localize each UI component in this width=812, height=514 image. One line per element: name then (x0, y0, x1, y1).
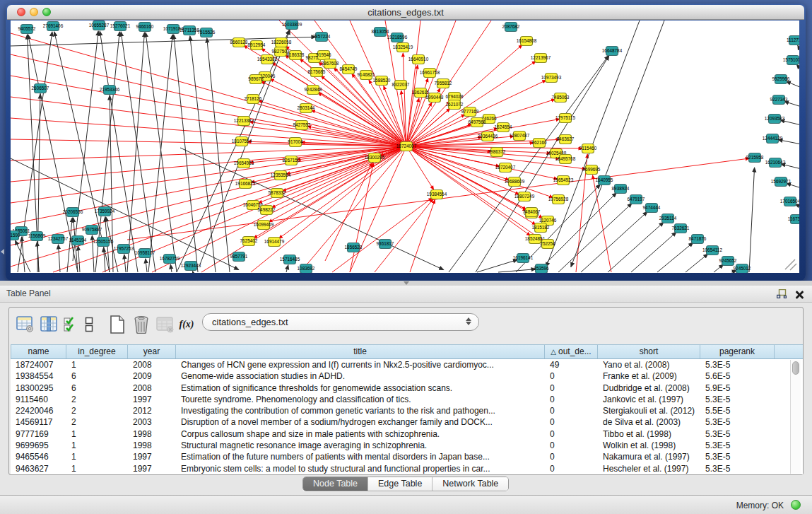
network-edge[interactable] (127, 33, 144, 272)
table-row[interactable]: 1872400712008Changes of HCN gene express… (11, 359, 803, 370)
network-node[interactable]: 6479197 (628, 195, 645, 204)
table-row[interactable]: 946554611997Estimation of the future num… (11, 451, 803, 462)
network-edge[interactable] (657, 243, 693, 272)
network-node[interactable]: 21953346 (100, 86, 120, 95)
network-node[interactable]: 2087682 (502, 23, 520, 32)
collapse-west-panel-arrow[interactable] (1, 249, 4, 255)
network-node[interactable]: 16648784 (602, 47, 623, 56)
network-node[interactable]: 12213967 (531, 54, 551, 63)
network-node[interactable]: 1640955 (596, 176, 613, 185)
network-node[interactable]: 7625402 (240, 237, 258, 246)
network-node[interactable]: 10655287 (89, 21, 110, 30)
network-node[interactable]: 16033809 (282, 21, 302, 30)
network-node[interactable]: 1156869 (28, 232, 46, 241)
network-node[interactable]: 18107554 (232, 137, 252, 146)
column-header-out-degree[interactable]: △out_de... (545, 345, 598, 358)
network-node[interactable]: 16196141 (513, 254, 534, 263)
network-node[interactable]: 9474444 (643, 204, 661, 213)
network-node[interactable]: 17975115 (555, 114, 575, 123)
network-node[interactable]: 10958107 (135, 249, 155, 258)
network-node[interactable]: 12093583 (765, 115, 785, 124)
network-node[interactable]: 7857224 (313, 33, 331, 42)
network-edge[interactable] (631, 232, 676, 272)
network-node[interactable]: 8454749 (340, 65, 358, 74)
network-edge[interactable] (410, 200, 435, 272)
network-node[interactable]: 1112712 (787, 36, 799, 45)
network-node[interactable]: 8660128 (230, 38, 248, 47)
table-vertical-scrollbar[interactable] (790, 360, 801, 474)
network-node[interactable]: 16961758 (420, 69, 440, 78)
network-node[interactable]: 19654983 (234, 159, 254, 168)
network-node[interactable]: 6990448 (426, 93, 444, 103)
network-node[interactable]: 10654112 (702, 246, 722, 255)
network-edge[interactable] (11, 33, 406, 146)
network-edge[interactable] (110, 95, 113, 272)
network-node[interactable]: 391590 (11, 231, 20, 240)
network-node[interactable]: 9115460 (579, 144, 597, 153)
network-edge[interactable] (148, 35, 172, 272)
network-edge[interactable] (95, 32, 119, 272)
network-node[interactable]: 8427552 (293, 121, 311, 130)
network-node[interactable]: 17957253 (114, 245, 134, 254)
column-header-pagerank[interactable]: pagerank (700, 345, 775, 358)
network-edge[interactable] (406, 146, 434, 189)
network-node[interactable]: 8471876 (689, 235, 707, 244)
network-node[interactable]: 9242848 (305, 86, 322, 95)
network-node[interactable]: 2803144 (298, 104, 315, 113)
split-pane-divider[interactable] (0, 281, 812, 286)
network-node[interactable]: 19166825 (235, 180, 256, 189)
network-node[interactable]: 252254 (540, 240, 555, 249)
table-row[interactable]: 1456911722003Disruption of a novel membe… (11, 416, 803, 428)
network-node[interactable]: 5878332 (269, 189, 286, 198)
column-header-short[interactable]: short (598, 345, 700, 358)
delete-column-icon[interactable] (131, 314, 152, 335)
network-node[interactable]: 7515526 (198, 28, 216, 37)
network-edge[interactable] (11, 76, 406, 146)
network-edge[interactable] (477, 259, 517, 272)
network-edge[interactable] (498, 269, 536, 272)
network-node[interactable]: 9227343 (770, 95, 788, 105)
network-edge[interactable] (714, 264, 724, 272)
network-node[interactable]: 9361817 (377, 240, 394, 249)
scrollbar-thumb[interactable] (792, 361, 799, 375)
table-row[interactable]: 969969511998Structural magnetic resonanc… (11, 440, 803, 451)
network-node[interactable]: 12505155 (93, 238, 114, 247)
network-node[interactable]: 7955812 (435, 79, 452, 88)
tab-edge-table[interactable]: Edge Table (368, 477, 433, 491)
network-node[interactable]: 1083692 (298, 264, 315, 274)
tab-node-table[interactable]: Node Table (303, 477, 368, 491)
network-edge[interactable] (406, 146, 553, 197)
network-node[interactable]: 10688609 (505, 177, 525, 187)
network-node[interactable]: 8186328 (287, 51, 305, 60)
network-edge[interactable] (537, 193, 616, 272)
network-node[interactable]: 8267150 (283, 156, 300, 165)
network-node[interactable]: 16914479 (264, 238, 285, 247)
table-row[interactable]: 1938455462009Genome-wide association stu… (11, 370, 803, 382)
column-header-title[interactable]: title (176, 345, 545, 358)
network-node[interactable]: 917004 (288, 138, 303, 147)
network-node[interactable]: 15716485 (280, 255, 300, 264)
network-edge[interactable] (608, 222, 664, 272)
network-node[interactable]: 1815182 (532, 223, 550, 233)
network-node[interactable]: 9857791 (230, 252, 248, 262)
network-edge[interactable] (11, 118, 406, 146)
network-node[interactable]: 18226058 (271, 38, 292, 47)
network-node[interactable]: 5498222 (258, 206, 276, 215)
network-node[interactable]: 989678 (248, 75, 264, 84)
close-panel-icon[interactable] (795, 291, 804, 299)
network-edge[interactable] (686, 254, 708, 272)
network-node[interactable]: 9929966 (772, 75, 790, 84)
network-node[interactable]: 16711358 (180, 26, 199, 35)
select-columns-icon[interactable] (63, 314, 78, 335)
network-edge[interactable] (59, 245, 60, 272)
network-node[interactable]: 8912954 (248, 41, 266, 50)
network-node[interactable]: 16210643 (765, 158, 786, 168)
network-edge[interactable] (174, 35, 198, 272)
table-select-dropdown[interactable]: citations_edges.txt (202, 313, 479, 331)
network-edge[interactable] (180, 148, 444, 270)
network-node[interactable]: 12444129 (763, 134, 783, 144)
network-edge[interactable] (286, 265, 288, 272)
network-edge[interactable] (270, 79, 406, 146)
network-node[interactable]: 2867608 (322, 59, 339, 69)
table-row[interactable]: 946362711997Embryonic stem cells: a mode… (11, 463, 803, 474)
